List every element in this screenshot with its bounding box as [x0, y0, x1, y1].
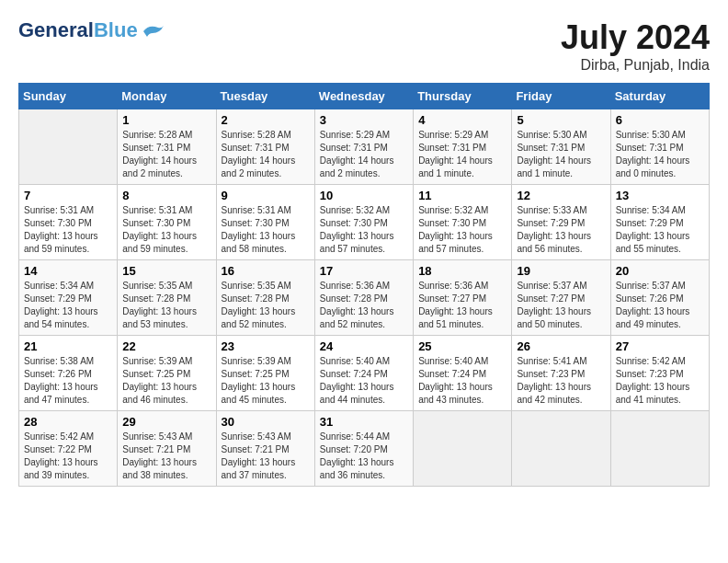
day-info: Sunrise: 5:35 AMSunset: 7:28 PMDaylight:…	[122, 280, 210, 331]
day-number: 1	[122, 113, 210, 127]
day-number: 21	[24, 339, 112, 353]
header-wednesday: Wednesday	[314, 84, 413, 109]
day-number: 10	[320, 189, 408, 202]
calendar-cell: 15Sunrise: 5:35 AMSunset: 7:28 PMDayligh…	[118, 260, 216, 336]
day-info: Sunrise: 5:41 AMSunset: 7:23 PMDaylight:…	[517, 355, 605, 407]
calendar-cell: 22Sunrise: 5:39 AMSunset: 7:25 PMDayligh…	[118, 336, 216, 411]
calendar-week-row: 7Sunrise: 5:31 AMSunset: 7:30 PMDaylight…	[19, 185, 710, 260]
day-info: Sunrise: 5:37 AMSunset: 7:27 PMDaylight:…	[517, 280, 605, 331]
day-info: Sunrise: 5:31 AMSunset: 7:30 PMDaylight:…	[122, 204, 210, 256]
day-number: 27	[616, 339, 704, 353]
day-info: Sunrise: 5:35 AMSunset: 7:28 PMDaylight:…	[222, 280, 310, 331]
day-info: Sunrise: 5:30 AMSunset: 7:31 PMDaylight:…	[517, 129, 605, 180]
calendar-week-row: 28Sunrise: 5:42 AMSunset: 7:22 PMDayligh…	[19, 411, 710, 487]
day-number: 24	[320, 339, 408, 353]
calendar-cell	[414, 411, 512, 487]
day-number: 6	[616, 113, 704, 127]
calendar-cell: 31Sunrise: 5:44 AMSunset: 7:20 PMDayligh…	[314, 411, 413, 487]
calendar-cell: 16Sunrise: 5:35 AMSunset: 7:28 PMDayligh…	[216, 260, 314, 336]
day-number: 22	[122, 339, 210, 353]
day-info: Sunrise: 5:43 AMSunset: 7:21 PMDaylight:…	[122, 431, 210, 482]
calendar-week-row: 1Sunrise: 5:28 AMSunset: 7:31 PMDaylight…	[19, 109, 710, 185]
day-number: 31	[320, 415, 408, 429]
calendar-cell: 4Sunrise: 5:29 AMSunset: 7:31 PMDaylight…	[414, 109, 512, 185]
calendar-cell: 12Sunrise: 5:33 AMSunset: 7:29 PMDayligh…	[512, 185, 610, 260]
day-info: Sunrise: 5:40 AMSunset: 7:24 PMDaylight:…	[320, 355, 408, 407]
day-number: 25	[418, 339, 506, 353]
day-info: Sunrise: 5:28 AMSunset: 7:31 PMDaylight:…	[222, 129, 310, 180]
day-info: Sunrise: 5:39 AMSunset: 7:25 PMDaylight:…	[222, 355, 310, 407]
day-info: Sunrise: 5:37 AMSunset: 7:26 PMDaylight:…	[616, 280, 704, 331]
calendar-cell	[19, 109, 118, 185]
day-info: Sunrise: 5:32 AMSunset: 7:30 PMDaylight:…	[320, 204, 408, 256]
day-number: 7	[24, 189, 112, 202]
calendar-cell: 6Sunrise: 5:30 AMSunset: 7:31 PMDaylight…	[610, 109, 709, 185]
calendar-cell: 27Sunrise: 5:42 AMSunset: 7:23 PMDayligh…	[610, 336, 709, 411]
day-info: Sunrise: 5:33 AMSunset: 7:29 PMDaylight:…	[517, 204, 605, 256]
calendar-cell: 25Sunrise: 5:40 AMSunset: 7:24 PMDayligh…	[414, 336, 512, 411]
calendar-cell: 26Sunrise: 5:41 AMSunset: 7:23 PMDayligh…	[512, 336, 610, 411]
calendar-cell: 19Sunrise: 5:37 AMSunset: 7:27 PMDayligh…	[512, 260, 610, 336]
calendar-cell: 10Sunrise: 5:32 AMSunset: 7:30 PMDayligh…	[314, 185, 413, 260]
day-info: Sunrise: 5:34 AMSunset: 7:29 PMDaylight:…	[616, 204, 704, 256]
calendar-cell: 20Sunrise: 5:37 AMSunset: 7:26 PMDayligh…	[610, 260, 709, 336]
calendar-cell: 14Sunrise: 5:34 AMSunset: 7:29 PMDayligh…	[19, 260, 118, 336]
logo-text: GeneralBlue	[18, 18, 138, 42]
day-number: 8	[122, 189, 210, 202]
day-number: 16	[222, 264, 310, 278]
header-friday: Friday	[512, 84, 610, 109]
day-number: 5	[517, 113, 605, 127]
header-thursday: Thursday	[414, 84, 512, 109]
calendar-week-row: 14Sunrise: 5:34 AMSunset: 7:29 PMDayligh…	[19, 260, 710, 336]
day-info: Sunrise: 5:29 AMSunset: 7:31 PMDaylight:…	[320, 129, 408, 180]
day-number: 28	[24, 415, 112, 429]
day-info: Sunrise: 5:42 AMSunset: 7:22 PMDaylight:…	[24, 431, 112, 482]
calendar-cell: 9Sunrise: 5:31 AMSunset: 7:30 PMDaylight…	[216, 185, 314, 260]
day-number: 14	[24, 264, 112, 278]
title-section: July 2024 Dirba, Punjab, India	[561, 18, 710, 74]
location-subtitle: Dirba, Punjab, India	[561, 57, 710, 74]
day-info: Sunrise: 5:31 AMSunset: 7:30 PMDaylight:…	[24, 204, 112, 256]
day-number: 11	[418, 189, 506, 202]
day-number: 15	[122, 264, 210, 278]
day-number: 19	[517, 264, 605, 278]
day-number: 4	[418, 113, 506, 127]
header-saturday: Saturday	[610, 84, 709, 109]
calendar-cell: 17Sunrise: 5:36 AMSunset: 7:28 PMDayligh…	[314, 260, 413, 336]
day-number: 9	[222, 189, 310, 202]
day-number: 23	[222, 339, 310, 353]
day-number: 17	[320, 264, 408, 278]
calendar-cell: 5Sunrise: 5:30 AMSunset: 7:31 PMDaylight…	[512, 109, 610, 185]
calendar-cell: 30Sunrise: 5:43 AMSunset: 7:21 PMDayligh…	[216, 411, 314, 487]
page-header: GeneralBlue July 2024 Dirba, Punjab, Ind…	[18, 18, 710, 74]
day-info: Sunrise: 5:43 AMSunset: 7:21 PMDaylight:…	[222, 431, 310, 482]
calendar-cell: 8Sunrise: 5:31 AMSunset: 7:30 PMDaylight…	[118, 185, 216, 260]
logo: GeneralBlue	[18, 18, 165, 42]
day-number: 2	[222, 113, 310, 127]
calendar-table: SundayMondayTuesdayWednesdayThursdayFrid…	[18, 83, 710, 487]
calendar-cell: 24Sunrise: 5:40 AMSunset: 7:24 PMDayligh…	[314, 336, 413, 411]
day-number: 3	[320, 113, 408, 127]
day-info: Sunrise: 5:30 AMSunset: 7:31 PMDaylight:…	[616, 129, 704, 180]
calendar-week-row: 21Sunrise: 5:38 AMSunset: 7:26 PMDayligh…	[19, 336, 710, 411]
calendar-cell: 28Sunrise: 5:42 AMSunset: 7:22 PMDayligh…	[19, 411, 118, 487]
calendar-cell: 21Sunrise: 5:38 AMSunset: 7:26 PMDayligh…	[19, 336, 118, 411]
day-number: 13	[616, 189, 704, 202]
day-number: 29	[122, 415, 210, 429]
calendar-cell	[610, 411, 709, 487]
day-info: Sunrise: 5:38 AMSunset: 7:26 PMDaylight:…	[24, 355, 112, 407]
day-number: 18	[418, 264, 506, 278]
calendar-cell: 2Sunrise: 5:28 AMSunset: 7:31 PMDaylight…	[216, 109, 314, 185]
calendar-cell: 7Sunrise: 5:31 AMSunset: 7:30 PMDaylight…	[19, 185, 118, 260]
calendar-cell: 11Sunrise: 5:32 AMSunset: 7:30 PMDayligh…	[414, 185, 512, 260]
header-monday: Monday	[118, 84, 216, 109]
calendar-cell	[512, 411, 610, 487]
calendar-cell: 23Sunrise: 5:39 AMSunset: 7:25 PMDayligh…	[216, 336, 314, 411]
calendar-cell: 13Sunrise: 5:34 AMSunset: 7:29 PMDayligh…	[610, 185, 709, 260]
day-info: Sunrise: 5:42 AMSunset: 7:23 PMDaylight:…	[616, 355, 704, 407]
day-info: Sunrise: 5:31 AMSunset: 7:30 PMDaylight:…	[222, 204, 310, 256]
day-number: 30	[222, 415, 310, 429]
day-info: Sunrise: 5:29 AMSunset: 7:31 PMDaylight:…	[418, 129, 506, 180]
day-number: 26	[517, 339, 605, 353]
calendar-cell: 3Sunrise: 5:29 AMSunset: 7:31 PMDaylight…	[314, 109, 413, 185]
